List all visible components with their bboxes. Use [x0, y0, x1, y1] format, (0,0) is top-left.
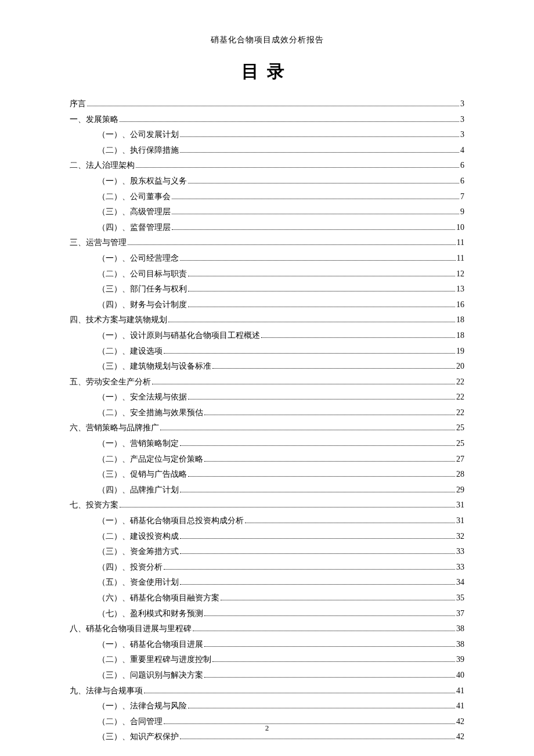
toc-entry: （一）、硝基化合物项目进展38 [70, 637, 464, 653]
toc-leader-dots [204, 461, 455, 462]
toc-entry-page: 27 [456, 452, 464, 467]
toc-entry-page: 6 [460, 174, 464, 189]
toc-leader-dots [188, 291, 455, 291]
toc-entry: 九、法律与合规事项41 [70, 683, 464, 699]
toc-entry: 八、硝基化合物项目进展与里程碑38 [70, 621, 464, 637]
toc-entry: （四）、投资分析33 [70, 560, 464, 575]
toc-entry-label: （一）、硝基化合物项目总投资构成分析 [98, 513, 244, 529]
toc-entry-page: 9 [460, 204, 464, 220]
toc-entry: （二）、公司董事会7 [70, 189, 464, 205]
toc-entry: （三）、资金筹措方式33 [70, 544, 464, 560]
toc-entry-page: 41 [456, 699, 464, 714]
toc-leader-dots [188, 399, 455, 399]
toc-entry-page: 28 [456, 467, 464, 483]
toc-leader-dots [168, 322, 455, 322]
toc-entry-page: 34 [456, 575, 464, 591]
toc-entry-label: （七）、盈利模式和财务预测 [98, 606, 203, 622]
toc-entry-label: （四）、监督管理层 [98, 220, 171, 236]
toc-leader-dots [188, 276, 455, 276]
toc-leader-dots [204, 677, 455, 678]
toc-entry: （七）、盈利模式和财务预测37 [70, 606, 464, 622]
toc-entry-page: 18 [456, 312, 464, 328]
toc-entry-page: 35 [456, 591, 464, 606]
toc-entry-page: 32 [456, 529, 464, 545]
toc-entry: （三）、促销与广告战略28 [70, 467, 464, 483]
toc-entry-label: （二）、公司目标与职责 [98, 267, 187, 282]
toc-leader-dots [180, 538, 455, 539]
toc-entry-label: （二）、产品定位与定价策略 [98, 452, 203, 467]
toc-entry: （五）、资金使用计划34 [70, 575, 464, 591]
toc-entry-label: （一）、法律合规与风险 [98, 699, 187, 714]
toc-leader-dots [212, 661, 455, 662]
toc-leader-dots [144, 693, 455, 693]
toc-entry-label: 八、硝基化合物项目进展与里程碑 [70, 621, 192, 637]
toc-entry-label: （二）、建设投资构成 [98, 529, 179, 545]
toc-leader-dots [160, 430, 455, 430]
toc-entry: 一、发展策略3 [70, 112, 464, 128]
toc-entry-label: 二、法人治理架构 [70, 158, 135, 174]
toc-entry: （二）、重要里程碑与进度控制39 [70, 652, 464, 668]
toc-entry-label: （四）、品牌推广计划 [98, 483, 179, 498]
toc-entry-label: 九、法律与合规事项 [70, 683, 143, 699]
toc-entry: （二）、公司目标与职责12 [70, 267, 464, 282]
toc-entry-page: 31 [456, 498, 464, 513]
toc-entry: 三、运营与管理11 [70, 235, 464, 251]
toc-leader-dots [180, 260, 456, 261]
toc-entry-label: （三）、部门任务与权利 [98, 282, 187, 297]
toc-entry: （三）、问题识别与解决方案40 [70, 668, 464, 683]
toc-entry-label: （三）、问题识别与解决方案 [98, 668, 203, 683]
toc-entry-label: （一）、股东权益与义务 [98, 174, 187, 189]
toc-title: 目录 [70, 60, 464, 84]
toc-entry: （一）、硝基化合物项目总投资构成分析31 [70, 513, 464, 529]
toc-entry-page: 11 [457, 235, 464, 251]
toc-entry-label: 序言 [70, 96, 86, 112]
toc-entry-label: （三）、促销与广告战略 [98, 467, 187, 483]
toc-leader-dots [120, 121, 459, 122]
toc-leader-dots [212, 368, 455, 369]
toc-leader-dots [172, 214, 459, 214]
toc-entry: （二）、安全措施与效果预估22 [70, 405, 464, 421]
toc-entry-label: （二）、建设选项 [98, 344, 163, 359]
toc-entry-page: 25 [456, 436, 464, 452]
toc-entry-page: 29 [456, 483, 464, 498]
toc-entry-label: （二）、安全措施与效果预估 [98, 405, 203, 421]
toc-entry-page: 37 [456, 606, 464, 622]
toc-leader-dots [188, 183, 459, 183]
toc-entry: 五、劳动安全生产分析22 [70, 375, 464, 390]
toc-entry-page: 22 [456, 390, 464, 405]
toc-entry-label: 三、运营与管理 [70, 235, 127, 251]
toc-list: 序言3一、发展策略3（一）、公司发展计划3（二）、执行保障措施4二、法人治理架构… [70, 96, 464, 745]
toc-leader-dots [172, 199, 459, 199]
toc-entry: 四、技术方案与建筑物规划18 [70, 312, 464, 328]
toc-leader-dots [180, 152, 459, 153]
toc-leader-dots [180, 553, 455, 554]
toc-entry-page: 33 [456, 544, 464, 560]
toc-leader-dots [204, 615, 455, 616]
toc-entry-page: 19 [456, 344, 464, 359]
toc-leader-dots [188, 708, 455, 708]
toc-entry: （一）、股东权益与义务6 [70, 174, 464, 189]
toc-leader-dots [180, 445, 455, 446]
page-header: 硝基化合物项目成效分析报告 [70, 35, 464, 45]
toc-entry-page: 20 [456, 359, 464, 375]
toc-entry: （四）、监督管理层10 [70, 220, 464, 236]
toc-entry-page: 11 [457, 251, 464, 267]
toc-entry-page: 6 [460, 158, 464, 174]
toc-entry-page: 10 [456, 220, 464, 236]
toc-entry: （一）、设计原则与硝基化合物项目工程概述18 [70, 328, 464, 344]
toc-entry-label: （二）、重要里程碑与进度控制 [98, 652, 211, 668]
toc-entry: （二）、产品定位与定价策略27 [70, 452, 464, 467]
toc-entry: （三）、建筑物规划与设备标准20 [70, 359, 464, 375]
toc-entry-label: 六、营销策略与品牌推广 [70, 420, 159, 436]
toc-leader-dots [261, 337, 455, 338]
toc-entry: （一）、公司经营理念11 [70, 251, 464, 267]
toc-leader-dots [152, 384, 455, 384]
toc-leader-dots [136, 167, 459, 168]
toc-entry-page: 41 [456, 683, 464, 699]
toc-entry-page: 3 [460, 96, 464, 112]
toc-entry-label: （一）、公司经营理念 [98, 251, 179, 267]
toc-leader-dots [128, 244, 456, 245]
toc-entry-label: （四）、财务与会计制度 [98, 297, 187, 313]
toc-entry-label: 七、投资方案 [70, 498, 118, 513]
toc-entry-page: 12 [456, 267, 464, 282]
